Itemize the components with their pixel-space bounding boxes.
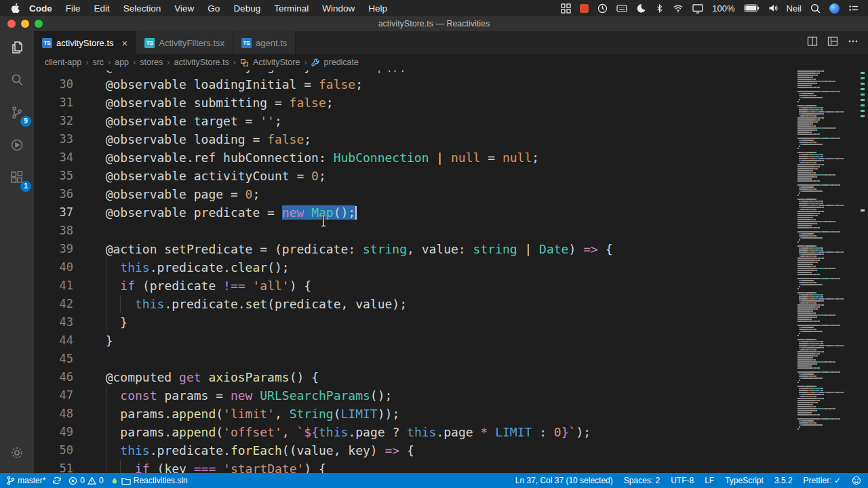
breadcrumb-item-client-app[interactable]: client-app bbox=[45, 58, 81, 67]
breadcrumb-item-predicate[interactable]: predicate bbox=[324, 58, 359, 67]
code-line-33[interactable]: 33 @observable loading = false; bbox=[34, 130, 793, 148]
breadcrumb-item-app[interactable]: app bbox=[115, 58, 129, 67]
cursor-position[interactable]: Ln 37, Col 37 (10 selected) bbox=[515, 476, 613, 485]
code-line-48[interactable]: 48 params.append('limit', String(LIMIT))… bbox=[34, 405, 793, 423]
code-line-30[interactable]: 30 @observable loadingInitial = false; bbox=[34, 75, 793, 94]
menu-item-file[interactable]: File bbox=[59, 3, 87, 14]
run-debug-icon[interactable] bbox=[0, 129, 34, 161]
line-number[interactable]: 43 bbox=[34, 313, 91, 331]
tab-activityStore.ts[interactable]: TSactivityStore.ts× bbox=[34, 31, 136, 54]
line-number[interactable]: 42 bbox=[34, 295, 91, 313]
zoom-window-button[interactable] bbox=[35, 20, 43, 28]
line-number[interactable]: 38 bbox=[34, 222, 91, 240]
do-not-disturb-moon-icon[interactable] bbox=[636, 3, 646, 14]
minimize-window-button[interactable] bbox=[21, 20, 29, 28]
menu-item-help[interactable]: Help bbox=[361, 3, 394, 14]
menu-item-debug[interactable]: Debug bbox=[226, 3, 267, 14]
display-icon[interactable] bbox=[692, 3, 703, 14]
problems-indicator[interactable]: 0 0 bbox=[68, 476, 103, 485]
line-number[interactable]: 32 bbox=[34, 112, 91, 130]
ts-version[interactable]: 3.5.2 bbox=[774, 476, 793, 485]
apple-menu-icon[interactable] bbox=[11, 3, 20, 14]
tab-agent.ts[interactable]: TSagent.ts bbox=[233, 31, 296, 54]
split-editor-icon[interactable] bbox=[807, 36, 818, 49]
grid-app-icon[interactable] bbox=[561, 3, 571, 14]
window-title-bar[interactable]: activityStore.ts — Reactivities bbox=[0, 16, 868, 31]
line-number[interactable]: 47 bbox=[34, 386, 91, 405]
menu-item-selection[interactable]: Selection bbox=[117, 3, 168, 14]
close-tab-icon[interactable]: × bbox=[122, 37, 128, 49]
code-line-36[interactable]: 36 @observable page = 0; bbox=[34, 185, 793, 203]
line-number[interactable]: 45 bbox=[34, 350, 91, 368]
line-number[interactable]: 49 bbox=[34, 423, 91, 441]
code-line-32[interactable]: 32 @observable target = ''; bbox=[34, 112, 793, 130]
code-line-44[interactable]: 44 } bbox=[34, 331, 793, 350]
code-editor[interactable]: 29 @observable activityRegistry = new Ma… bbox=[34, 70, 868, 473]
omnisharp-project-selector[interactable]: Reactivities.sln bbox=[111, 476, 188, 485]
overview-ruler[interactable] bbox=[860, 70, 865, 473]
code-line-38[interactable]: 38 bbox=[34, 222, 793, 240]
menu-item-window[interactable]: Window bbox=[315, 3, 361, 14]
line-number[interactable]: 39 bbox=[34, 240, 91, 258]
encoding[interactable]: UTF-8 bbox=[671, 476, 694, 485]
line-number[interactable]: 35 bbox=[34, 167, 91, 185]
menu-item-edit[interactable]: Edit bbox=[87, 3, 117, 14]
code-line-46[interactable]: 46 @computed get axiosParams() { bbox=[34, 368, 793, 386]
code-line-35[interactable]: 35 @observable activityCount = 0; bbox=[34, 167, 793, 185]
line-number[interactable]: 31 bbox=[34, 94, 91, 112]
git-branch-indicator[interactable]: master* bbox=[7, 476, 45, 485]
indentation[interactable]: Spaces: 2 bbox=[624, 476, 660, 485]
keyboard-icon[interactable] bbox=[616, 3, 627, 14]
code-line-49[interactable]: 49 params.append('offset', `${this.page … bbox=[34, 423, 793, 441]
line-number[interactable]: 30 bbox=[34, 75, 91, 94]
prettier-status[interactable]: Prettier: ✓ bbox=[804, 476, 841, 485]
code-line-50[interactable]: 50 this.predicate.forEach((value, key) =… bbox=[34, 441, 793, 460]
line-number[interactable]: 29 bbox=[34, 70, 91, 75]
line-number[interactable]: 33 bbox=[34, 130, 91, 148]
code-line-47[interactable]: 47 const params = new URLSearchParams(); bbox=[34, 386, 793, 405]
settings-gear-icon[interactable] bbox=[0, 436, 34, 469]
feedback-smiley-icon[interactable] bbox=[852, 476, 861, 485]
tab-ActivityFilters.tsx[interactable]: TSActivityFilters.tsx bbox=[136, 31, 233, 54]
eol[interactable]: LF bbox=[705, 476, 714, 485]
volume-icon[interactable] bbox=[768, 3, 778, 13]
language-mode[interactable]: TypeScript bbox=[725, 476, 764, 485]
spotlight-search-icon[interactable] bbox=[810, 3, 821, 14]
close-window-button[interactable] bbox=[7, 20, 16, 28]
breadcrumb-item-stores[interactable]: stores bbox=[140, 58, 163, 67]
sync-button[interactable] bbox=[52, 476, 62, 485]
line-number[interactable]: 41 bbox=[34, 277, 91, 295]
code-line-34[interactable]: 34 @observable.ref hubConnection: HubCon… bbox=[34, 148, 793, 167]
code-line-40[interactable]: 40 this.predicate.clear(); bbox=[34, 258, 793, 277]
code-line-37[interactable]: 37 @observable predicate = new Map(); bbox=[34, 203, 793, 222]
line-number[interactable]: 51 bbox=[34, 460, 91, 473]
line-number[interactable]: 50 bbox=[34, 441, 91, 460]
siri-icon[interactable] bbox=[829, 3, 840, 14]
code-line-31[interactable]: 31 @observable submitting = false; bbox=[34, 94, 793, 112]
minimap[interactable] bbox=[796, 70, 856, 432]
code-line-42[interactable]: 42 this.predicate.set(predicate, value); bbox=[34, 295, 793, 313]
menu-item-view[interactable]: View bbox=[167, 3, 201, 14]
code-line-43[interactable]: 43 } bbox=[34, 313, 793, 331]
breadcrumb-item-src[interactable]: src bbox=[92, 58, 104, 67]
battery-icon[interactable] bbox=[744, 4, 760, 12]
line-number[interactable]: 40 bbox=[34, 258, 91, 277]
explorer-icon[interactable] bbox=[0, 31, 34, 64]
line-number[interactable]: 48 bbox=[34, 405, 91, 423]
code-line-41[interactable]: 41 if (predicate !== 'all') { bbox=[34, 277, 793, 295]
editor-layout-icon[interactable] bbox=[827, 36, 838, 49]
menu-item-code[interactable]: Code bbox=[22, 3, 59, 14]
breadcrumb-item-activityStore.ts[interactable]: activityStore.ts bbox=[174, 58, 229, 67]
line-number[interactable]: 44 bbox=[34, 331, 91, 350]
code-line-45[interactable]: 45 bbox=[34, 350, 793, 368]
line-number[interactable]: 34 bbox=[34, 148, 91, 167]
more-actions-icon[interactable] bbox=[848, 36, 859, 49]
line-number[interactable]: 46 bbox=[34, 368, 91, 386]
code-line-39[interactable]: 39 @action setPredicate = (predicate: st… bbox=[34, 240, 793, 258]
notification-center-icon[interactable] bbox=[848, 3, 859, 13]
record-app-icon[interactable] bbox=[580, 4, 589, 13]
code-line-29[interactable]: 29 @observable activityRegistry = new Ma… bbox=[34, 70, 793, 75]
bluetooth-icon[interactable] bbox=[655, 3, 664, 14]
time-machine-icon[interactable] bbox=[597, 3, 608, 14]
menu-item-go[interactable]: Go bbox=[201, 3, 226, 14]
